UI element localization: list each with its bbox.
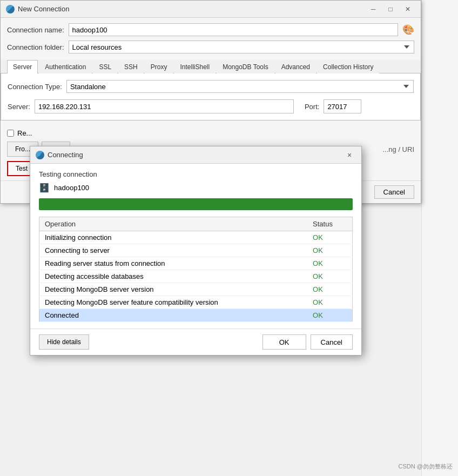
table-row: Connecting to serverOK bbox=[39, 244, 353, 257]
operation-header: Operation bbox=[39, 217, 308, 231]
dialog-title-area: Connecting bbox=[36, 151, 83, 159]
table-row: ConnectedOK bbox=[39, 309, 353, 322]
tab-intellishell[interactable]: IntelliShell bbox=[174, 60, 215, 73]
server-label: Server: bbox=[8, 103, 30, 111]
operation-cell: Detecting MongoDB server version bbox=[39, 283, 308, 296]
readonly-checkbox[interactable] bbox=[7, 130, 14, 137]
tab-proxy[interactable]: Proxy bbox=[145, 60, 173, 73]
connection-name-label: Connection name: bbox=[7, 26, 64, 34]
readonly-row: Re... bbox=[7, 129, 414, 137]
operations-table: Operation Status Initializing connection… bbox=[39, 217, 353, 322]
window-controls: ─ □ ✕ bbox=[366, 4, 415, 15]
dialog-action-buttons: OK Cancel bbox=[262, 334, 353, 350]
tab-advanced[interactable]: Advanced bbox=[275, 60, 316, 73]
progress-bar-fill bbox=[39, 198, 353, 210]
tab-ssl[interactable]: SSL bbox=[93, 60, 117, 73]
tab-authentication[interactable]: Authentication bbox=[39, 60, 92, 73]
connection-folder-label: Connection folder: bbox=[7, 43, 64, 51]
status-cell: OK bbox=[307, 257, 352, 270]
app-icon bbox=[6, 5, 15, 14]
form-area: Connection name: 🎨 Connection folder: Lo… bbox=[1, 18, 421, 60]
table-row: Detecting accessible databasesOK bbox=[39, 270, 353, 283]
readonly-label: Re... bbox=[17, 129, 32, 137]
server-input[interactable] bbox=[35, 99, 294, 113]
table-header: Operation Status bbox=[39, 217, 353, 231]
operation-cell: Reading server status from connection bbox=[39, 257, 308, 270]
tab-ssh[interactable]: SSH bbox=[118, 60, 144, 73]
connection-name-display-row: 🗄️ hadoop100 bbox=[39, 183, 353, 193]
status-cell: OK bbox=[307, 309, 352, 322]
connection-db-icon: 🗄️ bbox=[39, 183, 50, 193]
tabs-bar: Server Authentication SSL SSH Proxy Inte… bbox=[1, 60, 421, 73]
table-body: Initializing connectionOKConnecting to s… bbox=[39, 231, 353, 322]
dialog-body: Testing connection 🗄️ hadoop100 Operatio… bbox=[30, 164, 361, 328]
connection-type-row: Connection Type: Standalone bbox=[8, 80, 414, 93]
operation-cell: Detecting accessible databases bbox=[39, 270, 308, 283]
window-titlebar: New Connection ─ □ ✕ bbox=[1, 1, 421, 18]
operations-table-scroll: Operation Status Initializing connection… bbox=[39, 217, 353, 322]
connection-name-row: Connection name: 🎨 bbox=[7, 23, 414, 36]
tab-server[interactable]: Server bbox=[7, 60, 38, 73]
connection-folder-row: Connection folder: Local resources bbox=[7, 41, 414, 53]
operation-cell: Connecting to server bbox=[39, 244, 308, 257]
connection-type-label: Connection Type: bbox=[8, 83, 62, 91]
connection-name-input[interactable] bbox=[69, 23, 398, 36]
dialog-ok-button[interactable]: OK bbox=[262, 334, 306, 350]
connection-type-select[interactable]: Standalone bbox=[66, 80, 414, 93]
watermark: CSDN @勿勿整栋还 bbox=[399, 462, 453, 471]
tab-collection-history[interactable]: Collection History bbox=[317, 60, 379, 73]
hide-details-button[interactable]: Hide details bbox=[39, 334, 89, 350]
server-tab-content: Connection Type: Standalone Server: Port… bbox=[1, 73, 421, 120]
status-header: Status bbox=[307, 217, 352, 231]
table-row: Detecting MongoDB server feature compati… bbox=[39, 296, 353, 309]
table-row: Initializing connectionOK bbox=[39, 231, 353, 244]
right-panel bbox=[421, 0, 458, 476]
port-label: Port: bbox=[305, 103, 319, 111]
header-row: Operation Status bbox=[39, 217, 353, 231]
status-cell: OK bbox=[307, 244, 352, 257]
dialog-title-text: Connecting bbox=[48, 151, 83, 159]
close-button[interactable]: ✕ bbox=[400, 4, 415, 15]
table-row: Reading server status from connectionOK bbox=[39, 257, 353, 270]
operation-cell: Detecting MongoDB server feature compati… bbox=[39, 296, 308, 309]
dialog-icon bbox=[36, 151, 44, 159]
connection-folder-select[interactable]: Local resources bbox=[69, 41, 414, 53]
titlebar-left: New Connection bbox=[6, 5, 69, 14]
operation-cell: Initializing connection bbox=[39, 231, 308, 244]
dialog-cancel-button[interactable]: Cancel bbox=[311, 334, 353, 350]
main-cancel-button[interactable]: Cancel bbox=[374, 185, 414, 199]
uri-label: ...ng / URI bbox=[382, 145, 414, 153]
progress-bar-container bbox=[39, 198, 353, 210]
port-input[interactable] bbox=[324, 99, 361, 113]
testing-label: Testing connection bbox=[39, 170, 353, 178]
status-cell: OK bbox=[307, 270, 352, 283]
dialog-titlebar: Connecting × bbox=[30, 146, 361, 164]
connection-name-display: hadoop100 bbox=[54, 184, 89, 192]
minimize-button[interactable]: ─ bbox=[366, 4, 381, 15]
status-cell: OK bbox=[307, 296, 352, 309]
table-row: Detecting MongoDB server versionOK bbox=[39, 283, 353, 296]
color-picker-icon[interactable]: 🎨 bbox=[402, 24, 414, 36]
status-cell: OK bbox=[307, 283, 352, 296]
server-row: Server: Port: bbox=[8, 99, 414, 113]
status-cell: OK bbox=[307, 231, 352, 244]
dialog-close-button[interactable]: × bbox=[343, 150, 356, 160]
maximize-button[interactable]: □ bbox=[383, 4, 398, 15]
window-title: New Connection bbox=[18, 5, 69, 13]
operation-cell: Connected bbox=[39, 309, 308, 322]
dialog-bottom: Hide details OK Cancel bbox=[30, 328, 361, 355]
tab-mongodb-tools[interactable]: MongoDB Tools bbox=[217, 60, 274, 73]
connecting-dialog: Connecting × Testing connection 🗄️ hadoo… bbox=[30, 146, 362, 356]
